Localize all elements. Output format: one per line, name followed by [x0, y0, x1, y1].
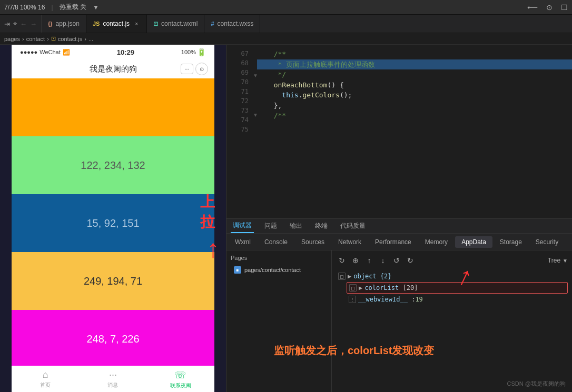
tab-app-json[interactable]: {} app.json: [42, 15, 86, 33]
devtools-data-toolbar: ↻ ⊕ ↑ ↓ ↺ ↻ Tree ▼: [336, 255, 568, 266]
line-numbers: 67 68 69 70 71 72 73 74 75: [226, 45, 253, 218]
terminal-label: 终端: [315, 222, 328, 230]
breadcrumb-item-contact[interactable]: contact: [26, 36, 45, 42]
refresh-btn[interactable]: ↻: [336, 255, 348, 266]
code-line-70: */: [257, 69, 572, 80]
line-num-75: 75: [226, 125, 249, 134]
editor-tab-bar: ⇥ ⌖ ← → {} app.json JS contact.js × ⊡ co…: [0, 15, 572, 33]
devtools-tab-sources[interactable]: Sources: [295, 236, 331, 248]
line-num-70: 70: [226, 77, 249, 87]
collapse-71[interactable]: ▼: [253, 73, 258, 78]
devtools-tab-wxml[interactable]: Wxml: [229, 236, 257, 248]
toolbar-icon-phone[interactable]: ☐: [561, 3, 568, 12]
nav-item-contact[interactable]: ☏ 联系夜阑: [147, 369, 214, 389]
phone-circle-btn[interactable]: ⊙: [195, 63, 208, 75]
nav-item-home[interactable]: ⌂ 首页: [12, 369, 79, 389]
tree-row-root[interactable]: □ ▶ object {2}: [336, 270, 568, 282]
color-item-2: 15, 92, 151: [12, 194, 214, 252]
toolbar-icon-stop[interactable]: ⊙: [546, 3, 553, 12]
line-num-73: 73: [226, 106, 249, 115]
toolbar-icon-prev[interactable]: ⟵: [527, 3, 538, 12]
devtools-page-item[interactable]: ■ pages/contact/contact: [231, 264, 327, 276]
tree-icon-webviewid: ⋮: [349, 296, 356, 303]
devtools-tab-code-quality[interactable]: 代码质量: [338, 219, 368, 233]
tree-row-webviewid[interactable]: ⋮ __webviewId__ : 19: [347, 294, 568, 305]
nav-forward-icon[interactable]: →: [30, 20, 37, 28]
issues-label: 问题: [264, 222, 277, 230]
messages-icon: ···: [109, 369, 117, 380]
devtools-actions: ↻ ⊕ ↑ ↓ ↺ ↻: [336, 255, 416, 266]
undo-btn[interactable]: ↺: [391, 255, 402, 266]
phone-battery: 100% 🔋: [181, 48, 206, 56]
split-editor-icon[interactable]: ⇥: [4, 20, 10, 28]
color-label-2: 15, 92, 151: [86, 217, 139, 229]
color-label-4: 248, 7, 226: [86, 333, 139, 345]
performance-tab-label: Performance: [375, 238, 411, 246]
wxss-icon: #: [211, 21, 214, 27]
code-quality-label: 代码质量: [340, 222, 366, 230]
devtools-tab-issues[interactable]: 问题: [262, 219, 279, 233]
code-line-71: onReachBottom() {: [257, 80, 572, 91]
battery-percent: 100%: [181, 49, 196, 55]
devtools-tab-memory[interactable]: Memory: [419, 236, 454, 248]
debugger-label: 调试器: [233, 221, 252, 230]
tree-dropdown-icon: ▼: [563, 258, 568, 264]
tree-webviewid-value: 19: [415, 296, 422, 303]
devtools-tab-debugger[interactable]: 调试器: [231, 219, 254, 233]
breadcrumb-separator-1: ›: [22, 36, 24, 42]
signal-dots: ●●●●●: [20, 49, 37, 55]
phone-more-btn[interactable]: ···: [181, 64, 193, 74]
devtools-tab-network[interactable]: Network: [332, 236, 368, 248]
security-tab-label: Security: [536, 238, 558, 246]
collapse-75[interactable]: ▼: [253, 112, 258, 118]
nav-back-icon[interactable]: ←: [20, 20, 27, 28]
sources-tab-label: Sources: [301, 238, 324, 246]
code-content[interactable]: /** * 页面上拉触底事件的处理函数 */ onReachBottom() {…: [253, 45, 572, 125]
color-label-1: 122, 234, 132: [81, 159, 145, 172]
devtools-tab-terminal[interactable]: 终端: [313, 219, 330, 233]
line-num-69: 69: [226, 68, 249, 77]
tree-view: □ ▶ object {2} □ ▶ colorList [20] ⋮: [336, 270, 568, 305]
tab-contact-wxml[interactable]: ⊡ contact.wxml: [147, 15, 204, 33]
hot-reload[interactable]: 热重载 关: [60, 3, 86, 12]
redo-btn[interactable]: ↻: [405, 255, 416, 266]
tree-colorlist-label: colorList: [364, 284, 399, 292]
bookmark-icon[interactable]: ⌖: [13, 19, 17, 28]
down-btn[interactable]: ↓: [377, 255, 389, 266]
devtools-tab-appdata[interactable]: AppData: [455, 236, 492, 248]
devtools-tab-storage[interactable]: Storage: [494, 236, 528, 248]
tree-expand-root[interactable]: □: [338, 273, 346, 280]
code-line-69: * 页面上拉触底事件的处理函数: [257, 59, 572, 70]
phone-signal: ●●●●● WeChat 📶: [20, 49, 70, 56]
line-num-71: 71: [226, 87, 249, 96]
output-label: 输出: [290, 222, 302, 230]
pull-up-text: 上拉: [200, 192, 226, 232]
tab-contact-js-close[interactable]: ×: [133, 20, 140, 27]
tab-contact-js[interactable]: JS contact.js ×: [86, 15, 147, 33]
zoom-level: 7/7/8 100% 16: [4, 4, 45, 11]
devtools-tab-console[interactable]: Console: [258, 236, 294, 248]
tree-select[interactable]: Tree ▼: [548, 257, 568, 264]
add-btn[interactable]: ⊕: [350, 255, 361, 266]
up-btn[interactable]: ↑: [363, 255, 375, 266]
devtools-tab-performance[interactable]: Performance: [369, 236, 418, 248]
devtools-tab-security[interactable]: Security: [529, 236, 565, 248]
appdata-tab-label: AppData: [461, 238, 486, 246]
tab-contact-wxss[interactable]: # contact.wxss: [204, 15, 260, 33]
tree-row-colorlist[interactable]: □ ▶ colorList [20]: [347, 282, 568, 294]
breadcrumb-item-pages[interactable]: pages: [4, 36, 20, 42]
wifi-icon: 📶: [63, 49, 70, 56]
tree-expand-colorlist[interactable]: □: [349, 284, 357, 292]
page-path: pages/contact/contact: [244, 267, 301, 273]
nav-item-messages[interactable]: ··· 消息: [79, 369, 146, 389]
devtools-tab-output[interactable]: 输出: [288, 219, 304, 233]
tree-colorlist-value: [20]: [399, 284, 418, 292]
breadcrumb-item-contactjs[interactable]: contact.js: [58, 36, 82, 42]
page-file-icon: ■: [234, 266, 241, 274]
pages-header: Pages: [231, 255, 327, 261]
watermark: CSDN @我是夜阑的狗: [507, 380, 566, 388]
console-tab-label: Console: [264, 238, 288, 246]
color-list: 122, 234, 132 15, 92, 151 249, 194, 71 2…: [12, 78, 214, 366]
phone-time: 10:29: [117, 48, 134, 56]
wxml-icon: ⊡: [153, 21, 158, 27]
